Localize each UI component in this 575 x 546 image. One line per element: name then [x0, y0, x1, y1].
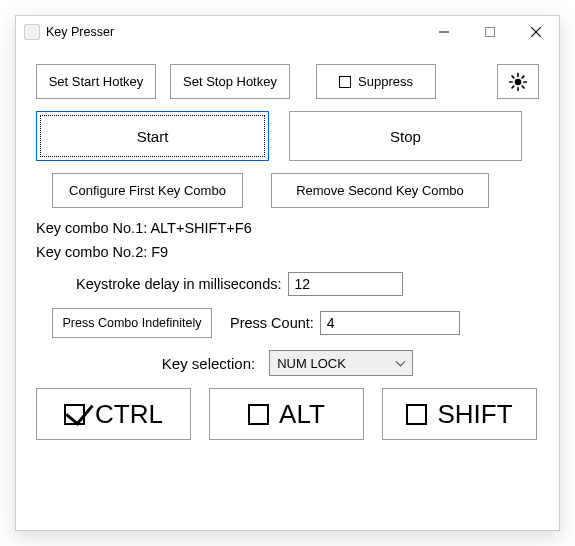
- svg-line-12: [522, 76, 524, 78]
- press-indefinitely-button[interactable]: Press Combo Indefinitely: [52, 308, 212, 338]
- configure-first-combo-button[interactable]: Configure First Key Combo: [52, 173, 243, 208]
- alt-modifier-toggle[interactable]: ALT: [209, 388, 364, 440]
- titlebar: Key Presser: [16, 16, 559, 48]
- app-icon: [24, 24, 40, 40]
- combo2-display: Key combo No.2: F9: [36, 244, 539, 260]
- stop-button[interactable]: Stop: [289, 111, 522, 161]
- svg-line-11: [512, 86, 514, 88]
- set-stop-hotkey-button[interactable]: Set Stop Hotkey: [170, 64, 290, 99]
- key-selection-label: Key selection:: [162, 355, 255, 372]
- ctrl-modifier-toggle[interactable]: CTRL: [36, 388, 191, 440]
- window-title: Key Presser: [46, 25, 114, 39]
- sun-icon: [508, 72, 528, 92]
- delay-input[interactable]: [288, 272, 403, 296]
- key-selection-dropdown[interactable]: NUM LOCK: [269, 350, 413, 376]
- theme-button[interactable]: [497, 64, 539, 99]
- shift-label: SHIFT: [437, 399, 512, 430]
- svg-point-4: [515, 78, 522, 85]
- close-icon: [531, 27, 541, 37]
- alt-checkbox-icon: [248, 404, 269, 425]
- remove-second-combo-button[interactable]: Remove Second Key Combo: [271, 173, 489, 208]
- app-window: Key Presser Set Start Hotkey Set Stop Ho…: [15, 15, 560, 531]
- maximize-icon: [485, 27, 495, 37]
- combo1-display: Key combo No.1: ALT+SHIFT+F6: [36, 220, 539, 236]
- svg-line-9: [512, 76, 514, 78]
- suppress-checkbox-icon: [339, 76, 351, 88]
- suppress-toggle[interactable]: Suppress: [316, 64, 436, 99]
- press-count-input[interactable]: [320, 311, 460, 335]
- shift-modifier-toggle[interactable]: SHIFT: [382, 388, 537, 440]
- suppress-label: Suppress: [358, 74, 413, 89]
- shift-checkbox-icon: [406, 404, 427, 425]
- minimize-icon: [439, 27, 449, 37]
- alt-label: ALT: [279, 399, 325, 430]
- set-start-hotkey-button[interactable]: Set Start Hotkey: [36, 64, 156, 99]
- press-count-label: Press Count:: [230, 315, 314, 331]
- ctrl-checkbox-icon: [64, 404, 85, 425]
- maximize-button[interactable]: [467, 16, 513, 48]
- start-button[interactable]: Start: [36, 111, 269, 161]
- close-button[interactable]: [513, 16, 559, 48]
- svg-line-10: [522, 86, 524, 88]
- delay-label: Keystroke delay in milliseconds:: [76, 276, 282, 292]
- svg-rect-1: [486, 28, 495, 37]
- ctrl-label: CTRL: [95, 399, 163, 430]
- minimize-button[interactable]: [421, 16, 467, 48]
